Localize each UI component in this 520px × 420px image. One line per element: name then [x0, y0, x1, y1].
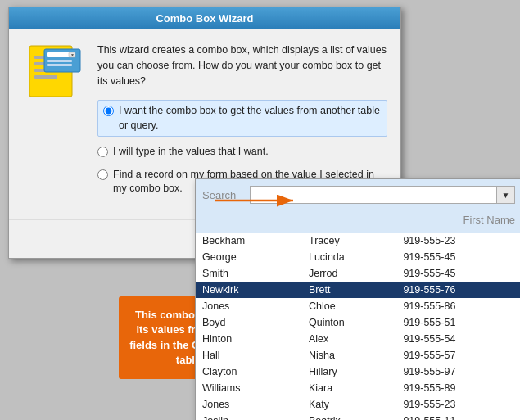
table-row[interactable]: Jones Katy 919-555-23	[196, 396, 520, 413]
cell-first: Katy	[302, 396, 396, 413]
svg-rect-4	[34, 75, 57, 79]
cell-phone: 919-555-45	[396, 265, 520, 282]
radio-input-1[interactable]	[103, 106, 114, 116]
radio-label-1: I want the combo box to get the values f…	[119, 104, 382, 133]
cell-last: Williams	[196, 380, 302, 396]
cell-phone: 919-555-57	[396, 347, 520, 364]
radio-option-2[interactable]: I will type in the values that I want.	[97, 145, 387, 160]
cell-first: Brett	[302, 282, 396, 298]
radio-option-1[interactable]: I want the combo box to get the values f…	[97, 100, 387, 137]
wizard-description: This wizard creates a combo box, which d…	[97, 43, 387, 88]
cell-first: Quinton	[302, 314, 396, 331]
cell-last: Beckham	[196, 233, 302, 249]
radio-label-2: I will type in the values that I want.	[113, 145, 269, 160]
cell-phone: 919-555-51	[396, 314, 520, 331]
cell-last: Jones	[196, 298, 302, 314]
table-row[interactable]: Hall Nisha 919-555-57	[196, 347, 520, 364]
radio-input-2[interactable]	[97, 147, 108, 157]
table-row[interactable]: Jones Chloe 919-555-86	[196, 298, 520, 314]
svg-rect-6	[47, 52, 72, 57]
cell-phone: 919-555-23	[396, 396, 520, 413]
cell-last: Jones	[196, 396, 302, 413]
cell-last: Newkirk	[196, 282, 302, 298]
table-row[interactable]: Beckham Tracey 919-555-23	[196, 233, 520, 249]
cell-phone: 919-555-45	[396, 249, 520, 265]
arrow-icon	[211, 188, 301, 213]
cell-first: Jerrod	[302, 265, 396, 282]
cell-first: Kiara	[302, 380, 396, 396]
cell-first: Alex	[302, 331, 396, 347]
cell-last: Clayton	[196, 364, 302, 380]
data-table: Beckham Tracey 919-555-23 George Lucinda…	[196, 233, 520, 420]
cell-last: Joslin	[196, 413, 302, 420]
wizard-title: Combo Box Wizard	[156, 12, 253, 25]
cell-phone: 919-555-76	[396, 282, 520, 298]
cell-phone: 919-555-23	[396, 233, 520, 249]
cell-first: Beatrix	[302, 413, 396, 420]
cell-first: Nisha	[302, 347, 396, 364]
wizard-icon-panel: ▼	[22, 43, 89, 205]
cell-phone: 919-555-97	[396, 364, 520, 380]
cell-phone: 919-555-54	[396, 331, 520, 347]
table-row[interactable]: George Lucinda 919-555-45	[196, 249, 520, 265]
cell-last: Hall	[196, 347, 302, 364]
cell-last: George	[196, 249, 302, 265]
wizard-titlebar: Combo Box Wizard	[9, 7, 400, 29]
svg-rect-9	[47, 64, 72, 66]
table-row[interactable]: Boyd Quinton 919-555-51	[196, 314, 520, 331]
cell-first: Chloe	[302, 298, 396, 314]
svg-rect-8	[47, 60, 72, 62]
table-row[interactable]: Smith Jerrod 919-555-45	[196, 265, 520, 282]
cell-first: Tracey	[302, 233, 396, 249]
first-name-label: First Name	[463, 214, 515, 226]
cell-last: Hinton	[196, 331, 302, 347]
cell-phone: 919-555-11	[396, 413, 520, 420]
cell-phone: 919-555-86	[396, 298, 520, 314]
cell-last: Boyd	[196, 314, 302, 331]
table-wrapper[interactable]: Beckham Tracey 919-555-23 George Lucinda…	[196, 233, 520, 420]
cell-first: Lucinda	[302, 249, 396, 265]
table-row[interactable]: Clayton Hillary 919-555-97	[196, 364, 520, 380]
cell-first: Hillary	[302, 364, 396, 380]
table-row[interactable]: Joslin Beatrix 919-555-11	[196, 413, 520, 420]
wizard-illustration-icon: ▼	[26, 44, 85, 100]
cell-phone: 919-555-89	[396, 380, 520, 396]
svg-text:▼: ▼	[70, 52, 75, 57]
search-panel: Search ▼ First Name Beckham Tracey 919-5…	[195, 178, 520, 420]
table-row[interactable]: Williams Kiara 919-555-89	[196, 380, 520, 396]
search-dropdown-button[interactable]: ▼	[497, 186, 515, 204]
table-row[interactable]: Newkirk Brett 919-555-76	[196, 282, 520, 298]
radio-input-3[interactable]	[97, 169, 108, 180]
table-row[interactable]: Hinton Alex 919-555-54	[196, 331, 520, 347]
cell-last: Smith	[196, 265, 302, 282]
arrow-annotation	[211, 188, 301, 213]
